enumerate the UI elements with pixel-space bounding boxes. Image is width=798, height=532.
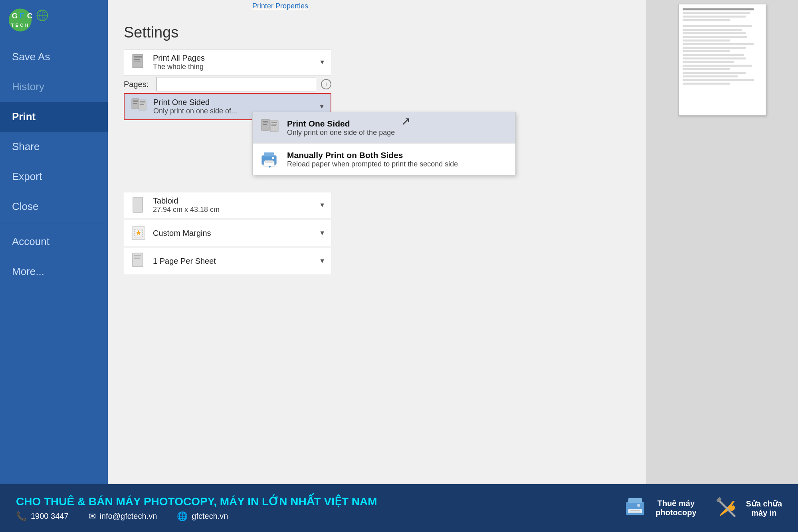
web-icon: 🌐	[177, 511, 188, 522]
pages-info-icon[interactable]: i	[321, 79, 331, 89]
svg-rect-16	[133, 101, 138, 102]
dropdown-one-sided[interactable]: Print One Sided Only print on one side o…	[253, 112, 515, 144]
svg-rect-19	[140, 101, 145, 102]
sidebar-item-print[interactable]: Print	[0, 102, 108, 132]
footer-email: ✉ info@gfctech.vn	[89, 511, 157, 522]
footer: CHO THUÊ & BÁN MÁY PHOTOCOPY, MÁY IN LỚN…	[0, 484, 798, 532]
svg-rect-20	[140, 103, 145, 103]
svg-text:F: F	[20, 12, 24, 20]
sidebar-item-export[interactable]: Export	[0, 162, 108, 192]
margins-dropdown[interactable]: Custom Margins ▼	[124, 220, 331, 246]
sidebar-nav: Save As History Print Share Export Close…	[0, 42, 108, 484]
print-pages-text: Print All Pages The whole thing	[153, 53, 316, 71]
print-sides-dropdown-menu: Print One Sided Only print on one side o…	[252, 112, 516, 175]
sidebar-item-share[interactable]: Share	[0, 132, 108, 162]
svg-rect-47	[628, 509, 642, 513]
sidebar: G F C TECH Save As History Print	[0, 0, 108, 484]
pages-per-sheet-dropdown[interactable]: 1 Page Per Sheet ▼	[124, 248, 331, 274]
svg-rect-10	[134, 56, 142, 57]
svg-rect-12	[134, 59, 140, 60]
pages-label: Pages:	[124, 80, 152, 89]
svg-rect-34	[265, 160, 273, 162]
svg-rect-35	[265, 162, 273, 163]
footer-service-repair: Sửa chữa máy in	[713, 494, 782, 522]
photocopy-icon	[622, 494, 650, 522]
one-sided-icon	[260, 118, 280, 138]
svg-rect-37	[133, 197, 143, 212]
sidebar-item-more[interactable]: More...	[0, 257, 108, 287]
footer-services: Thuê máy photocopy Sửa chữa máy in	[622, 494, 782, 522]
svg-rect-43	[134, 257, 141, 257]
svg-rect-28	[271, 124, 277, 125]
pages-per-sheet-arrow: ▼	[319, 257, 325, 265]
print-pages-icon	[130, 53, 147, 71]
phone-icon: 📞	[16, 511, 27, 522]
print-pages-arrow: ▼	[319, 59, 325, 66]
footer-phone: 📞 1900 3447	[16, 511, 69, 522]
printer-properties-link[interactable]: Printer Properties	[252, 0, 308, 12]
svg-rect-24	[263, 123, 268, 123]
svg-rect-49	[630, 510, 640, 511]
sidebar-item-account[interactable]: Account	[0, 227, 108, 257]
pages-per-sheet-text: 1 Page Per Sheet	[153, 257, 316, 266]
sidebar-item-history[interactable]: History	[0, 72, 108, 102]
print-pages-dropdown[interactable]: Print All Pages The whole thing ▼	[124, 49, 331, 75]
footer-main-text: CHO THUÊ & BÁN MÁY PHOTOCOPY, MÁY IN LỚN…	[16, 495, 377, 522]
one-sided-text: Print One Sided Only print on one side o…	[287, 119, 395, 137]
pages-row: Pages: i	[124, 77, 331, 91]
svg-rect-42	[134, 255, 141, 256]
svg-rect-31	[264, 152, 274, 156]
svg-rect-27	[271, 122, 277, 123]
margins-text: Custom Margins	[153, 229, 316, 238]
footer-web: 🌐 gfctech.vn	[177, 511, 228, 522]
paper-size-dropdown[interactable]: Tabloid 27.94 cm x 43.18 cm ▼	[124, 192, 331, 218]
logo-area: G F C TECH	[0, 0, 108, 42]
preview-content	[683, 8, 762, 85]
svg-rect-44	[134, 258, 140, 259]
sidebar-divider	[0, 224, 108, 224]
svg-rect-13	[134, 61, 141, 61]
both-sides-icon	[260, 149, 280, 169]
svg-rect-46	[628, 498, 642, 503]
dropdown-both-sides-manual[interactable]: Manually Print on Both Sides Reload pape…	[253, 144, 515, 175]
sidebar-item-close[interactable]: Close	[0, 192, 108, 222]
svg-rect-21	[140, 104, 144, 105]
svg-rect-17	[133, 103, 137, 104]
svg-point-33	[272, 157, 274, 159]
print-sides-icon	[130, 98, 148, 115]
footer-service-photocopy: Thuê máy photocopy	[622, 494, 696, 522]
settings-container: Print All Pages The whole thing ▼ Pages:…	[124, 49, 331, 274]
margins-arrow: ▼	[319, 229, 325, 237]
svg-text:TECH: TECH	[11, 23, 30, 28]
print-area: Printer Properties Settings	[108, 0, 798, 484]
paper-size-arrow: ▼	[319, 202, 325, 209]
paper-size-icon	[130, 196, 147, 214]
print-sides-arrow: ▼	[319, 103, 325, 110]
pages-input[interactable]	[156, 77, 316, 91]
gfc-logo: G F C TECH	[8, 7, 50, 33]
svg-rect-15	[133, 100, 138, 101]
svg-rect-25	[263, 124, 267, 125]
svg-marker-36	[269, 166, 271, 168]
preview-area	[646, 0, 798, 484]
svg-rect-11	[134, 57, 142, 58]
preview-document	[678, 4, 766, 116]
svg-point-48	[637, 504, 640, 507]
svg-text:G: G	[12, 12, 18, 20]
svg-rect-23	[263, 121, 268, 122]
svg-rect-50	[630, 512, 640, 512]
sidebar-item-save-as[interactable]: Save As	[0, 42, 108, 72]
pages-per-sheet-icon	[130, 252, 147, 270]
margins-icon	[130, 224, 147, 242]
email-icon: ✉	[89, 511, 96, 522]
svg-text:C: C	[27, 12, 33, 20]
svg-rect-29	[271, 125, 276, 126]
both-sides-text: Manually Print on Both Sides Reload pape…	[287, 150, 458, 168]
paper-size-text: Tabloid 27.94 cm x 43.18 cm	[153, 196, 316, 214]
repair-icon	[713, 494, 741, 522]
